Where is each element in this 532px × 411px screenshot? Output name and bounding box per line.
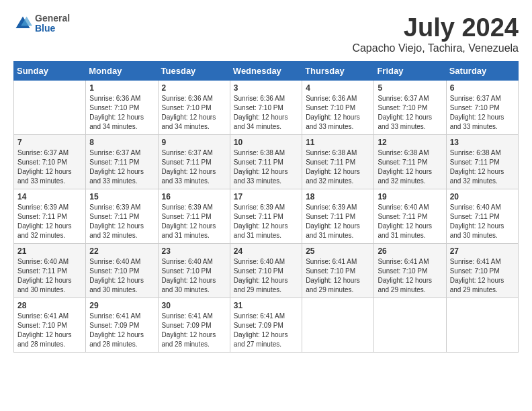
calendar-cell: 5Sunrise: 6:37 AMSunset: 7:10 PMDaylight… [374, 81, 446, 135]
weekday-header-friday: Friday [374, 62, 446, 81]
calendar-cell: 15Sunrise: 6:39 AMSunset: 7:11 PMDayligh… [86, 189, 158, 244]
calendar-week-row: 28Sunrise: 6:41 AMSunset: 7:10 PMDayligh… [14, 298, 519, 353]
day-info: Sunrise: 6:40 AMSunset: 7:10 PMDaylight:… [89, 257, 154, 295]
day-number: 28 [17, 301, 82, 310]
day-number: 18 [306, 192, 370, 201]
calendar-cell: 7Sunrise: 6:37 AMSunset: 7:10 PMDaylight… [14, 135, 86, 189]
calendar-cell: 2Sunrise: 6:36 AMSunset: 7:10 PMDaylight… [158, 81, 230, 135]
day-info: Sunrise: 6:38 AMSunset: 7:11 PMDaylight:… [378, 148, 442, 186]
weekday-header-thursday: Thursday [302, 62, 374, 81]
day-info: Sunrise: 6:41 AMSunset: 7:10 PMDaylight:… [306, 257, 370, 295]
day-number: 1 [89, 83, 154, 93]
day-number: 3 [234, 83, 298, 93]
month-title: July 2024 [352, 13, 519, 42]
logo-general-text: General [35, 13, 70, 24]
calendar-week-row: 7Sunrise: 6:37 AMSunset: 7:10 PMDaylight… [14, 135, 519, 189]
day-info: Sunrise: 6:41 AMSunset: 7:09 PMDaylight:… [162, 312, 226, 349]
day-info: Sunrise: 6:39 AMSunset: 7:11 PMDaylight:… [89, 203, 154, 240]
page-container: General Blue July 2024 Capacho Viejo, Ta… [13, 13, 519, 353]
logo-blue-text: Blue [35, 24, 70, 34]
header: General Blue July 2024 Capacho Viejo, Ta… [13, 13, 519, 54]
calendar-cell: 3Sunrise: 6:36 AMSunset: 7:10 PMDaylight… [230, 81, 302, 135]
location-title: Capacho Viejo, Tachira, Venezuela [352, 42, 519, 54]
day-number: 20 [450, 192, 515, 201]
day-number: 13 [450, 138, 515, 147]
weekday-header-sunday: Sunday [14, 62, 86, 81]
weekday-header-row: SundayMondayTuesdayWednesdayThursdayFrid… [14, 62, 519, 81]
day-number: 23 [162, 246, 226, 256]
calendar-cell [374, 298, 446, 353]
calendar-week-row: 14Sunrise: 6:39 AMSunset: 7:11 PMDayligh… [14, 189, 519, 244]
day-number: 19 [378, 192, 442, 201]
day-number: 7 [17, 138, 82, 147]
calendar-cell: 28Sunrise: 6:41 AMSunset: 7:10 PMDayligh… [14, 298, 86, 353]
day-info: Sunrise: 6:37 AMSunset: 7:10 PMDaylight:… [378, 94, 442, 132]
calendar-cell: 25Sunrise: 6:41 AMSunset: 7:10 PMDayligh… [302, 244, 374, 298]
day-number: 22 [89, 246, 154, 256]
day-info: Sunrise: 6:36 AMSunset: 7:10 PMDaylight:… [306, 94, 370, 132]
day-number: 6 [450, 83, 515, 93]
logo: General Blue [13, 13, 70, 34]
calendar-cell: 1Sunrise: 6:36 AMSunset: 7:10 PMDaylight… [86, 81, 158, 135]
day-info: Sunrise: 6:41 AMSunset: 7:10 PMDaylight:… [450, 257, 515, 295]
logo-text: General Blue [35, 13, 70, 34]
calendar-cell: 11Sunrise: 6:38 AMSunset: 7:11 PMDayligh… [302, 135, 374, 189]
day-info: Sunrise: 6:40 AMSunset: 7:11 PMDaylight:… [378, 203, 442, 240]
day-info: Sunrise: 6:36 AMSunset: 7:10 PMDaylight:… [89, 94, 154, 132]
day-number: 5 [378, 83, 442, 93]
day-info: Sunrise: 6:41 AMSunset: 7:10 PMDaylight:… [378, 257, 442, 295]
day-number: 12 [378, 138, 442, 147]
day-info: Sunrise: 6:37 AMSunset: 7:10 PMDaylight:… [450, 94, 515, 132]
day-number: 11 [306, 138, 370, 147]
day-info: Sunrise: 6:37 AMSunset: 7:10 PMDaylight:… [17, 148, 82, 186]
title-area: July 2024 Capacho Viejo, Tachira, Venezu… [352, 13, 519, 54]
day-info: Sunrise: 6:39 AMSunset: 7:11 PMDaylight:… [17, 203, 82, 240]
day-info: Sunrise: 6:41 AMSunset: 7:09 PMDaylight:… [234, 312, 298, 349]
day-info: Sunrise: 6:36 AMSunset: 7:10 PMDaylight:… [162, 94, 226, 132]
calendar-cell: 14Sunrise: 6:39 AMSunset: 7:11 PMDayligh… [14, 189, 86, 244]
day-info: Sunrise: 6:40 AMSunset: 7:11 PMDaylight:… [450, 203, 515, 240]
calendar-cell: 23Sunrise: 6:40 AMSunset: 7:10 PMDayligh… [158, 244, 230, 298]
day-number: 10 [234, 138, 298, 147]
day-number: 21 [17, 246, 82, 256]
calendar-table: SundayMondayTuesdayWednesdayThursdayFrid… [13, 61, 519, 353]
weekday-header-monday: Monday [86, 62, 158, 81]
calendar-cell: 9Sunrise: 6:37 AMSunset: 7:11 PMDaylight… [158, 135, 230, 189]
day-info: Sunrise: 6:39 AMSunset: 7:11 PMDaylight:… [162, 203, 226, 240]
weekday-header-wednesday: Wednesday [230, 62, 302, 81]
calendar-cell: 13Sunrise: 6:38 AMSunset: 7:11 PMDayligh… [446, 135, 518, 189]
weekday-header-tuesday: Tuesday [158, 62, 230, 81]
day-number: 8 [89, 138, 154, 147]
calendar-cell: 31Sunrise: 6:41 AMSunset: 7:09 PMDayligh… [230, 298, 302, 353]
day-number: 25 [306, 246, 370, 256]
day-info: Sunrise: 6:39 AMSunset: 7:11 PMDaylight:… [306, 203, 370, 240]
day-info: Sunrise: 6:37 AMSunset: 7:11 PMDaylight:… [162, 148, 226, 186]
calendar-cell [446, 298, 518, 353]
logo-icon [13, 14, 32, 33]
calendar-cell: 24Sunrise: 6:40 AMSunset: 7:10 PMDayligh… [230, 244, 302, 298]
day-number: 29 [89, 301, 154, 310]
calendar-cell: 8Sunrise: 6:37 AMSunset: 7:11 PMDaylight… [86, 135, 158, 189]
calendar-cell: 30Sunrise: 6:41 AMSunset: 7:09 PMDayligh… [158, 298, 230, 353]
day-number: 27 [450, 246, 515, 256]
calendar-cell: 19Sunrise: 6:40 AMSunset: 7:11 PMDayligh… [374, 189, 446, 244]
day-number: 24 [234, 246, 298, 256]
day-info: Sunrise: 6:39 AMSunset: 7:11 PMDaylight:… [234, 203, 298, 240]
day-info: Sunrise: 6:40 AMSunset: 7:11 PMDaylight:… [17, 257, 82, 295]
day-number: 17 [234, 192, 298, 201]
calendar-cell [302, 298, 374, 353]
day-number: 4 [306, 83, 370, 93]
calendar-cell: 10Sunrise: 6:38 AMSunset: 7:11 PMDayligh… [230, 135, 302, 189]
calendar-cell: 6Sunrise: 6:37 AMSunset: 7:10 PMDaylight… [446, 81, 518, 135]
day-number: 2 [162, 83, 226, 93]
calendar-cell: 20Sunrise: 6:40 AMSunset: 7:11 PMDayligh… [446, 189, 518, 244]
day-info: Sunrise: 6:38 AMSunset: 7:11 PMDaylight:… [234, 148, 298, 186]
day-info: Sunrise: 6:41 AMSunset: 7:10 PMDaylight:… [17, 312, 82, 349]
day-info: Sunrise: 6:41 AMSunset: 7:09 PMDaylight:… [89, 312, 154, 349]
calendar-cell: 18Sunrise: 6:39 AMSunset: 7:11 PMDayligh… [302, 189, 374, 244]
day-info: Sunrise: 6:37 AMSunset: 7:11 PMDaylight:… [89, 148, 154, 186]
calendar-cell: 27Sunrise: 6:41 AMSunset: 7:10 PMDayligh… [446, 244, 518, 298]
day-number: 15 [89, 192, 154, 201]
day-number: 26 [378, 246, 442, 256]
weekday-header-saturday: Saturday [446, 62, 518, 81]
